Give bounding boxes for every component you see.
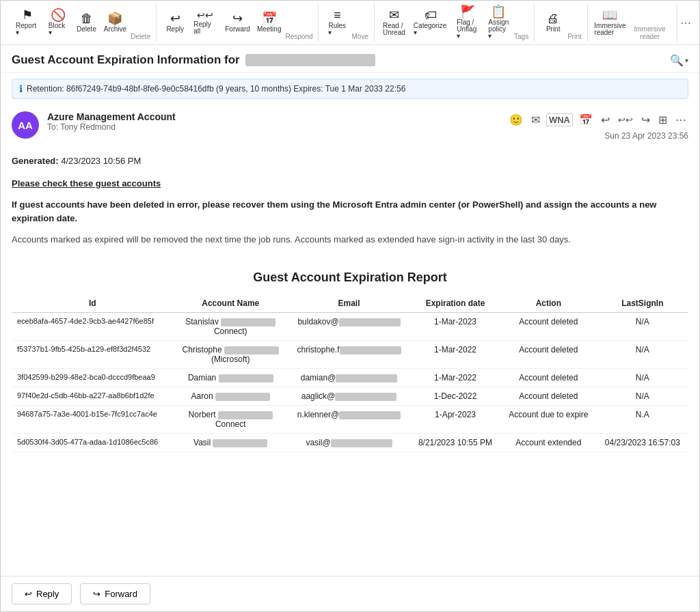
archive-button[interactable]: 📦 Archive xyxy=(101,10,130,35)
emoji-icon[interactable]: 🙂 xyxy=(507,111,525,128)
redacted-email xyxy=(335,393,396,401)
email-subject-bar: Guest Account Expiration Information for… xyxy=(1,45,699,73)
cell-lastsignin: N/A xyxy=(597,340,688,368)
search-button[interactable]: 🔍 ▾ xyxy=(670,54,688,67)
reply-arrow-icon: ↩ xyxy=(25,589,32,599)
cell-id: f53737b1-9fb5-425b-a129-ef8f3d2f4532 xyxy=(12,340,173,368)
redacted-name xyxy=(215,393,270,401)
cell-expiration: 1-Apr-2023 xyxy=(410,405,500,433)
assign-policy-button[interactable]: 📋 Assignpolicy ▾ xyxy=(485,3,513,42)
cell-expiration: 1-Dec-2022 xyxy=(410,387,500,405)
toolbar-immersive-label: Immersive reader xyxy=(628,25,671,42)
read-unread-icon: ✉ xyxy=(389,9,399,21)
redacted-email xyxy=(339,411,401,419)
more-icon[interactable]: ⋯ xyxy=(680,16,691,29)
immersive-reader-icon: 📖 xyxy=(602,9,617,21)
calendar-icon[interactable]: 📅 xyxy=(577,111,595,128)
cell-email: vasil@ xyxy=(288,433,410,451)
mail-icon[interactable]: ✉ xyxy=(529,111,542,128)
search-chevron: ▾ xyxy=(685,57,688,64)
cell-lastsignin: N/A xyxy=(597,368,688,387)
sub-notice: Accounts marked as expired will be remov… xyxy=(12,233,688,247)
cell-lastsignin: N/A xyxy=(597,312,688,340)
reply-button[interactable]: ↩ Reply xyxy=(162,10,188,35)
cell-email: christophe.f xyxy=(288,340,410,368)
categorize-icon: 🏷 xyxy=(425,9,437,21)
table-row: 97f40e2d-c5db-46bb-a227-aa8b6bf1d2feAaro… xyxy=(12,387,688,405)
cell-expiration: 1-Mar-2023 xyxy=(410,312,500,340)
col-action: Action xyxy=(500,294,597,313)
immersive-reader-button[interactable]: 📖 Immersivereader xyxy=(593,7,627,38)
print-icon: 🖨 xyxy=(547,12,559,25)
rules-icon: ≡ xyxy=(334,9,341,21)
toolbar-group-move: ≡ Rules ▾ Move xyxy=(319,3,374,42)
archive-icon: 📦 xyxy=(107,12,122,25)
redacted-name xyxy=(219,374,273,382)
block-button[interactable]: 🚫 Block ▾ xyxy=(44,7,72,38)
cell-expiration: 1-Mar-2022 xyxy=(410,340,500,368)
generated-label: Generated: xyxy=(12,156,59,166)
print-button[interactable]: 🖨 Print xyxy=(540,10,566,35)
cell-account-name: Norbert Connect xyxy=(173,405,288,433)
email-meta-right: 🙂 ✉ WNA 📅 ↩ ↩↩ ↪ ⊞ ⋯ Sun 23 Apr 2023 23:… xyxy=(507,111,688,141)
toolbar-tags-label: Tags xyxy=(514,33,528,42)
toolbar-group-print: 🖨 Print Print xyxy=(535,3,588,42)
retention-text: Retention: 86f67249-74b9-48bf-8fe6-9e0c5… xyxy=(27,84,405,94)
reply-all-button[interactable]: ↩↩ Reply all xyxy=(189,8,221,37)
subject-text: Guest Account Expiration Information for xyxy=(12,53,240,67)
email-to: To: Tony Redmond xyxy=(47,122,499,132)
forward-icon: ↪ xyxy=(232,12,243,25)
flag-unflag-button[interactable]: 🚩 Flag /Unflag ▾ xyxy=(453,3,483,42)
forward-small-icon[interactable]: ↪ xyxy=(639,111,652,128)
cell-account-name: Stanislav Connect) xyxy=(173,312,288,340)
col-id: Id xyxy=(12,294,173,313)
toolbar-more: ⋯ xyxy=(677,3,694,42)
table-row: f53737b1-9fb5-425b-a129-ef8f3d2f4532Chri… xyxy=(12,340,688,368)
cell-account-name: Christophe (Microsoft) xyxy=(173,340,288,368)
toolbar-group-immersive: 📖 Immersivereader Immersive reader xyxy=(588,3,677,42)
viva-icon[interactable]: WNA xyxy=(546,113,573,126)
toolbar-group-delete: ⚑ Report ▾ 🚫 Block ▾ 🗑 Delete 📦 Archive … xyxy=(6,3,157,42)
cell-id: 94687a75-7a3e-4001-b15e-7fc91cc7ac4e xyxy=(12,405,173,433)
forward-bottom-label: Forward xyxy=(105,589,137,599)
generated-line: Generated: 4/23/2023 10:56 PM xyxy=(12,154,688,169)
search-icon: 🔍 xyxy=(670,54,684,67)
toolbar-group-respond: ↩ Reply ↩↩ Reply all ↪ Forward 📅 Meeting… xyxy=(157,3,319,42)
grid-icon[interactable]: ⊞ xyxy=(656,111,669,128)
report-icon: ⚑ xyxy=(22,9,33,21)
reply-bottom-button[interactable]: ↩ Reply xyxy=(12,583,72,604)
col-account-name: Account Name xyxy=(173,294,288,313)
report-title: Guest Account Expiration Report xyxy=(12,270,688,285)
more-actions-icon[interactable]: ⋯ xyxy=(673,111,688,128)
cell-id: 3f042599-b299-48e2-bca0-dcccd9fbeaa9 xyxy=(12,368,173,387)
cell-lastsignin: N.A xyxy=(597,405,688,433)
block-icon: 🚫 xyxy=(51,9,66,21)
redacted-name xyxy=(221,318,275,326)
rules-button[interactable]: ≡ Rules ▾ xyxy=(324,7,350,38)
forward-button[interactable]: ↪ Forward xyxy=(222,10,253,35)
categorize-button[interactable]: 🏷 Categorize ▾ xyxy=(409,7,451,38)
forward-bottom-button[interactable]: ↪ Forward xyxy=(80,583,150,604)
reply-small-icon[interactable]: ↩ xyxy=(599,111,612,128)
report-table: Id Account Name Email Expiration date Ac… xyxy=(12,294,688,452)
cell-email: aaglick@ xyxy=(288,387,410,405)
col-email: Email xyxy=(288,294,410,313)
table-row: 5d0530f4-3d05-477a-adaa-1d1086ec5c86Vasi… xyxy=(12,433,688,451)
email-sender-name: Azure Management Account xyxy=(47,111,499,122)
cell-id: 5d0530f4-3d05-477a-adaa-1d1086ec5c86 xyxy=(12,433,173,451)
read-unread-button[interactable]: ✉ Read /Unread xyxy=(380,7,408,38)
reply-all-icon: ↩↩ xyxy=(197,10,213,20)
reply-all-small-icon[interactable]: ↩↩ xyxy=(616,113,635,127)
redacted-email xyxy=(336,374,397,382)
cell-account-name: Damian xyxy=(173,368,288,387)
report-button[interactable]: ⚑ Report ▾ xyxy=(12,7,43,38)
delete-button[interactable]: 🗑 Delete xyxy=(74,10,100,35)
meeting-button[interactable]: 📅 Meeting xyxy=(254,10,284,35)
cell-action: Account due to expire xyxy=(500,405,597,433)
check-guest-link[interactable]: Please check these guest accounts xyxy=(12,178,161,189)
table-row: eceb8afa-4657-4de2-9cb3-ae4427f6e85fStan… xyxy=(12,312,688,340)
cell-id: 97f40e2d-c5db-46bb-a227-aa8b6bf1d2fe xyxy=(12,387,173,405)
toolbar: ⚑ Report ▾ 🚫 Block ▾ 🗑 Delete 📦 Archive … xyxy=(1,1,699,45)
cell-email: buldakov@ xyxy=(288,312,410,340)
generated-date-value: 4/23/2023 10:56 PM xyxy=(61,156,141,166)
